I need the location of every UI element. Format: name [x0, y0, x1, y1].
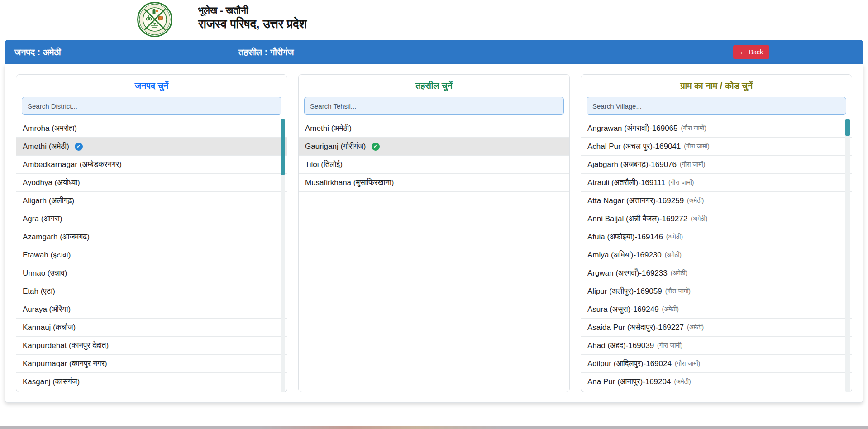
item-label: Anni Baijal (अन्नी बैजल)-169272: [587, 214, 687, 224]
item-label: Atta Nagar (अत्तानगर)-169259: [587, 196, 684, 205]
item-label: Ayodhya (अयोध्या): [23, 178, 80, 187]
list-item[interactable]: Ayodhya (अयोध्या): [16, 174, 287, 192]
village-search-wrap: [581, 94, 852, 117]
list-item[interactable]: Amroha (अमरोहा): [16, 119, 287, 138]
item-label: Amethi (अमेठी): [23, 142, 69, 151]
item-tag: (अमेठी): [687, 324, 704, 331]
tehsil-card-title: तहसील चुनें: [299, 75, 569, 94]
list-item[interactable]: Amethi (अमेठी): [299, 119, 569, 138]
list-item[interactable]: Atta Nagar (अत्तानगर)-169259(अमेठी): [581, 192, 852, 210]
item-label: Auraya (औरैया): [23, 305, 71, 314]
app-header: भूलेख - खतौनी राजस्व परिषद, उत्तर प्रदेश: [0, 0, 868, 40]
selection-toolbar: जनपद : अमेठी तहसील : गौरीगंज ← Back: [5, 40, 863, 64]
selected-district-label: जनपद : अमेठी: [14, 47, 61, 57]
item-label: Afuia (अफोइया)-169146: [587, 233, 663, 242]
list-item[interactable]: Kanpurdehat (कानपुर देहात): [16, 337, 287, 355]
back-button[interactable]: ← Back: [733, 45, 769, 59]
list-item[interactable]: Ajabgarh (अजबगढ़)-169076(गौरा जामों): [581, 156, 852, 174]
village-scrollbar-track: [845, 119, 850, 392]
village-card-title: ग्राम का नाम / कोड चुनें: [581, 75, 852, 94]
list-item[interactable]: Ahad (अहद)-169039(गौरा जामों): [581, 337, 852, 355]
item-tag: (अमेठी): [674, 378, 691, 386]
list-item[interactable]: Kanpurnagar (कानपुर नगर): [16, 355, 287, 373]
selection-panel: जनपद चुनें Amroha (अमरोहा)Amethi (अमेठी)…: [5, 64, 863, 403]
list-item[interactable]: Etawah (इटावा): [16, 246, 287, 264]
list-item[interactable]: Adilpur (आदिलपुर)-169024(गौरा जामों): [581, 355, 852, 373]
item-label: Ambedkarnagar (अम्बेडकरनगर): [23, 160, 122, 169]
site-title-line2: राजस्व परिषद, उत्तर प्रदेश: [198, 17, 307, 31]
up-revenue-board-seal-logo: [137, 2, 172, 37]
list-item[interactable]: Argwan (अरगवाँ)-169233(अमेठी): [581, 264, 852, 282]
district-scrollbar-thumb[interactable]: [281, 119, 285, 175]
item-label: Tiloi (तिलोई): [305, 160, 343, 169]
item-label: Gauriganj (गौरीगंज): [305, 142, 366, 151]
site-title: भूलेख - खतौनी राजस्व परिषद, उत्तर प्रदेश: [198, 5, 307, 31]
list-item[interactable]: Gauriganj (गौरीगंज)✓: [299, 138, 569, 156]
item-label: Angrawan (अंगरावाँ)-169065: [587, 124, 678, 133]
list-item[interactable]: Azamgarh (आजमगढ): [16, 228, 287, 246]
item-label: Kanpurnagar (कानपुर नगर): [23, 359, 107, 368]
item-label: Kannauj (कन्नौज): [23, 323, 76, 332]
item-label: Amroha (अमरोहा): [23, 124, 77, 133]
list-item[interactable]: Kasganj (कासगंज): [16, 373, 287, 391]
tehsil-card: तहसील चुनें Amethi (अमेठी)Gauriganj (गौर…: [298, 74, 570, 392]
district-search-input[interactable]: [22, 97, 281, 115]
item-tag: (गौरा जामों): [657, 342, 682, 349]
item-label: Argwan (अरगवाँ)-169233: [587, 269, 668, 278]
list-item[interactable]: Unnao (उन्नाव): [16, 264, 287, 282]
district-search-wrap: [16, 94, 287, 117]
list-item[interactable]: Alipur (अलीपुर)-169059(गौरा जामों): [581, 282, 852, 300]
item-label: Kasganj (कासगंज): [23, 377, 80, 386]
item-label: Ana Pur (आनापुर)-169204: [587, 377, 671, 386]
list-item[interactable]: Afuia (अफोइया)-169146(अमेठी): [581, 228, 852, 246]
selected-check-icon: ✓: [75, 143, 83, 151]
item-tag: (गौरा जामों): [680, 161, 705, 168]
district-card: जनपद चुनें Amroha (अमरोहा)Amethi (अमेठी)…: [16, 74, 287, 392]
list-item[interactable]: Amiya (अमियां)-169230(अमेठी): [581, 246, 852, 264]
district-scrollbar-track: [281, 119, 285, 392]
item-tag: (गौरा जामों): [668, 179, 694, 186]
item-tag: (गौरा जामों): [684, 143, 709, 150]
item-label: Azamgarh (आजमगढ): [23, 233, 90, 242]
back-button-label: Back: [749, 48, 763, 56]
item-label: Ajabgarh (अजबगढ़)-169076: [587, 160, 677, 169]
list-item[interactable]: Ana Pur (आनापुर)-169204(अमेठी): [581, 373, 852, 391]
village-scrollbar-thumb[interactable]: [845, 119, 850, 136]
item-label: Kanpurdehat (कानपुर देहात): [23, 341, 109, 350]
footer-strip: [0, 426, 868, 429]
item-label: Ahad (अहद)-169039: [587, 341, 654, 350]
item-tag: (अमेठी): [665, 251, 682, 259]
list-item[interactable]: Asaida Pur (असैदापुर)-169227(अमेठी): [581, 319, 852, 337]
item-tag: (गौरा जामों): [665, 287, 691, 295]
district-list: Amroha (अमरोहा)Amethi (अमेठी)✓Ambedkarna…: [16, 119, 287, 392]
item-tag: (गौरा जामों): [675, 360, 700, 367]
list-item[interactable]: Agra (आगरा): [16, 210, 287, 228]
list-item[interactable]: Musafirkhana (मुसाफिरखाना): [299, 174, 569, 192]
list-item[interactable]: Anni Baijal (अन्नी बैजल)-169272(अमेठी): [581, 210, 852, 228]
list-item[interactable]: Auraya (औरैया): [16, 300, 287, 319]
item-label: Asaida Pur (असैदापुर)-169227: [587, 323, 684, 332]
list-item[interactable]: Amethi (अमेठी)✓: [16, 138, 287, 156]
tehsil-search-input[interactable]: [304, 97, 564, 115]
back-arrow-icon: ←: [739, 48, 746, 56]
list-item[interactable]: Atrauli (अतरौली)-169111(गौरा जामों): [581, 174, 852, 192]
list-item[interactable]: Etah (एटा): [16, 282, 287, 300]
district-card-title: जनपद चुनें: [16, 75, 287, 94]
selected-tehsil-label: तहसील : गौरीगंज: [238, 47, 294, 57]
list-item[interactable]: Asura (असुरा)-169249(अमेठी): [581, 300, 852, 319]
village-search-input[interactable]: [587, 97, 846, 115]
item-tag: (अमेठी): [662, 305, 679, 313]
list-item[interactable]: Ambedkarnagar (अम्बेडकरनगर): [16, 156, 287, 174]
list-item[interactable]: Aligarh (अलीगढ़): [16, 192, 287, 210]
item-tag: (अमेठी): [671, 269, 687, 277]
tehsil-list: Amethi (अमेठी)Gauriganj (गौरीगंज)✓Tiloi …: [299, 119, 569, 392]
selected-check-icon: ✓: [372, 143, 380, 151]
item-label: Atrauli (अतरौली)-169111: [587, 178, 665, 187]
list-item[interactable]: Angrawan (अंगरावाँ)-169065(गौरा जामों): [581, 119, 852, 138]
item-label: Musafirkhana (मुसाफिरखाना): [305, 178, 394, 187]
item-label: Aligarh (अलीगढ़): [23, 196, 74, 205]
list-item[interactable]: Kannauj (कन्नौज): [16, 319, 287, 337]
item-tag: (अमेठी): [691, 215, 707, 223]
list-item[interactable]: Tiloi (तिलोई): [299, 156, 569, 174]
list-item[interactable]: Achal Pur (अचल पुर)-169041(गौरा जामों): [581, 138, 852, 156]
